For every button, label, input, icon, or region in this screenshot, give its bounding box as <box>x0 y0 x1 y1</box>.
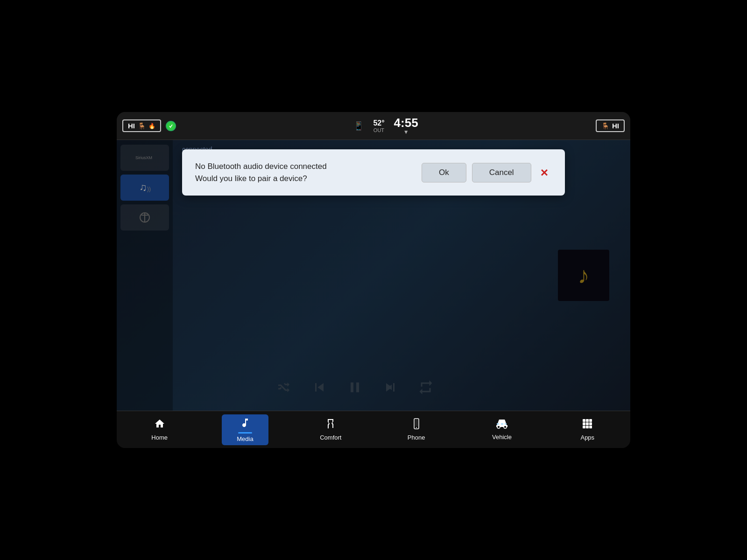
seat-icon-left: 🪑 <box>138 122 146 130</box>
nav-home[interactable]: Home <box>136 415 183 444</box>
seat-icon-right: 🪑 <box>601 122 609 130</box>
phone-status-icon: 📱 <box>353 121 364 131</box>
vehicle-label: Vehicle <box>492 434 512 441</box>
svg-rect-14 <box>505 423 507 425</box>
green-status-dot <box>166 121 176 131</box>
comfort-icon <box>325 418 336 432</box>
media-active-indicator <box>238 432 252 434</box>
nav-phone[interactable]: Phone <box>393 415 440 444</box>
svg-rect-18 <box>583 422 585 425</box>
svg-rect-20 <box>589 422 592 425</box>
main-content: SiriusXM ♫ )) <box>117 140 630 411</box>
clock-time: 4:55 <box>394 117 418 129</box>
svg-point-11 <box>504 426 507 428</box>
nav-apps[interactable]: Apps <box>564 415 611 444</box>
nav-comfort[interactable]: Comfort <box>307 415 354 444</box>
status-center: 📱 52° OUT 4:55 ▼ <box>176 117 596 135</box>
apps-icon <box>582 418 593 432</box>
temp-label: OUT <box>373 127 384 133</box>
apps-label: Apps <box>580 434 594 441</box>
close-button[interactable]: × <box>537 166 552 179</box>
hi-badge-right[interactable]: 🪑 HI <box>596 119 625 132</box>
hi-right-label: HI <box>612 122 619 130</box>
hi-left-label: HI <box>128 122 135 130</box>
dialog-overlay: No Bluetooth audio device connected Woul… <box>117 140 630 411</box>
comfort-label: Comfort <box>320 434 341 441</box>
svg-rect-22 <box>586 426 589 428</box>
media-label: Media <box>237 435 253 442</box>
dialog-line2: Would you like to pair a device? <box>195 173 412 185</box>
phone-icon <box>411 418 422 432</box>
ok-button[interactable]: Ok <box>422 163 466 182</box>
svg-rect-8 <box>415 420 418 426</box>
heat-icon-left: 🔥 <box>148 123 155 129</box>
bottom-nav: Home Media Comfort <box>117 411 630 448</box>
cancel-button[interactable]: Cancel <box>472 163 531 182</box>
vehicle-icon <box>495 419 509 432</box>
clock-display: 4:55 ▼ <box>394 117 418 135</box>
phone-label: Phone <box>408 434 425 441</box>
home-label: Home <box>151 434 168 441</box>
svg-rect-23 <box>589 426 592 428</box>
svg-point-0 <box>169 124 173 128</box>
dialog-message: No Bluetooth audio device connected Woul… <box>195 161 412 184</box>
svg-rect-15 <box>583 419 585 422</box>
svg-rect-17 <box>589 419 592 422</box>
svg-rect-19 <box>586 422 589 425</box>
svg-rect-21 <box>583 426 585 428</box>
status-right: 🪑 HI <box>596 119 625 132</box>
svg-rect-13 <box>501 423 503 425</box>
status-left: HI 🪑 🔥 <box>122 119 176 132</box>
status-bar: HI 🪑 🔥 📱 52° OUT 4:55 ▼ 🪑 HI <box>117 112 630 140</box>
dialog-line1: No Bluetooth audio device connected <box>195 161 412 173</box>
svg-point-10 <box>497 426 500 428</box>
svg-rect-16 <box>586 419 589 422</box>
svg-rect-12 <box>497 423 499 425</box>
car-screen: HI 🪑 🔥 📱 52° OUT 4:55 ▼ 🪑 HI <box>117 112 630 448</box>
media-icon <box>240 417 251 431</box>
temperature-display: 52° OUT <box>373 119 384 133</box>
hi-badge-left[interactable]: HI 🪑 🔥 <box>122 119 161 132</box>
svg-point-9 <box>416 427 417 428</box>
temp-value: 52° <box>373 119 384 127</box>
media-background: SiriusXM ♫ )) <box>117 140 630 411</box>
nav-vehicle[interactable]: Vehicle <box>479 416 525 443</box>
clock-chevron-icon: ▼ <box>394 129 418 135</box>
nav-media[interactable]: Media <box>222 414 268 445</box>
dialog-buttons: Ok Cancel × <box>422 163 552 182</box>
bluetooth-dialog: No Bluetooth audio device connected Woul… <box>182 149 565 196</box>
home-icon <box>154 418 165 432</box>
